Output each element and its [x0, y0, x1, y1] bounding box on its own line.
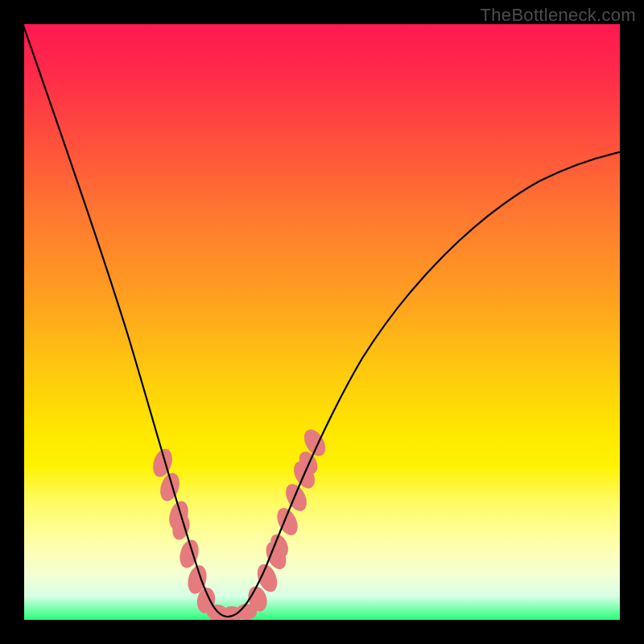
plot-area	[24, 24, 620, 620]
chart-frame: TheBottleneck.com	[0, 0, 644, 644]
bottleneck-curve	[24, 24, 620, 617]
watermark-text: TheBottleneck.com	[481, 5, 636, 26]
chart-svg	[24, 24, 620, 620]
trough-markers	[150, 426, 330, 620]
